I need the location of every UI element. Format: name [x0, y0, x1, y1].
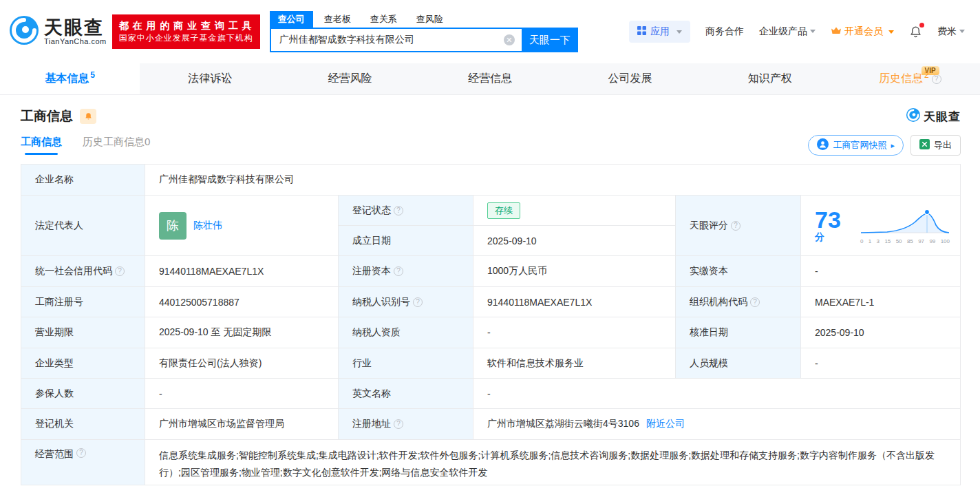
- legal-rep-avatar[interactable]: 陈: [159, 212, 187, 240]
- field-value-approve-date: 2025-09-10: [801, 317, 961, 348]
- tab-count-badge: 5: [90, 70, 95, 80]
- section-header: 工商信息 天眼查: [21, 107, 961, 125]
- field-label-business-term: 营业期限: [21, 317, 145, 348]
- score-distribution-chart: 0131550859799100: [860, 207, 950, 244]
- field-label-insured-count: 参保人数: [21, 379, 145, 409]
- field-label-credit-code: 统一社会信用代码?: [21, 256, 145, 287]
- tab-intellectual-property[interactable]: 知识产权: [700, 63, 840, 94]
- export-button[interactable]: 导出: [910, 135, 961, 156]
- search-tab-company[interactable]: 查公司: [270, 11, 313, 28]
- field-value-registration-authority: 广州市增城区市场监督管理局: [145, 409, 339, 440]
- header-nav: 应用 商务合作 企业级产品 开通会员 费米: [629, 21, 965, 43]
- field-value-company-type: 有限责任公司(法人独资): [145, 348, 339, 379]
- help-icon[interactable]: ?: [932, 74, 941, 84]
- field-value-paid-capital: -: [801, 256, 961, 287]
- field-value-reg-number: 440125005718887: [145, 287, 339, 317]
- brand-domain: TianYanCha.com: [44, 37, 107, 45]
- tab-operational-risk[interactable]: 经营风险: [280, 63, 420, 94]
- field-value-english-name: -: [473, 379, 961, 409]
- legal-rep-link[interactable]: 陈壮伟: [193, 220, 222, 232]
- field-value-insured-count: -: [145, 379, 339, 409]
- field-value-industry: 软件和信息技术服务业: [473, 348, 676, 379]
- field-value-taxpayer-quality: -: [473, 317, 676, 348]
- tab-business-info[interactable]: 经营信息: [420, 63, 560, 94]
- chevron-down-icon: [959, 30, 965, 33]
- crown-icon: [831, 26, 842, 37]
- site-logo[interactable]: 天眼查 TianYanCha.com: [8, 14, 107, 49]
- chevron-down-icon: [888, 30, 894, 34]
- tab-history-info[interactable]: VIP 历史信息2 ?: [840, 63, 980, 94]
- search-input[interactable]: [270, 28, 522, 52]
- field-label-company-type: 企业类型: [21, 348, 145, 379]
- tianyancha-eye-icon: [8, 14, 40, 49]
- search-tab-relation[interactable]: 查关系: [362, 11, 405, 28]
- enterprise-products-menu[interactable]: 企业级产品: [759, 25, 816, 38]
- excel-export-icon: [919, 139, 930, 151]
- clear-search-icon[interactable]: ✕: [504, 34, 515, 45]
- arrow-right-icon: ▸: [891, 141, 895, 150]
- official-snapshot-button[interactable]: 工商官网快照 ▸: [808, 135, 904, 156]
- field-value-reg-capital: 1000万人民币: [473, 256, 676, 287]
- user-account-menu[interactable]: 费米: [937, 25, 965, 38]
- notification-dot: [919, 23, 924, 28]
- tab-label: 公司发展: [608, 72, 652, 86]
- tianyancha-watermark-logo: 天眼查: [906, 107, 961, 125]
- search-tab-risk[interactable]: 查风险: [408, 11, 451, 28]
- field-value-legal-rep: 陈 陈壮伟: [145, 196, 339, 256]
- field-label-taxpayer-id: 纳税人识别号?: [339, 287, 473, 317]
- field-value-registered-address: 广州市增城区荔湖街云曦街4号3106 附近公司: [473, 409, 961, 440]
- score-axis-ticks: 0131550859799100: [860, 238, 950, 244]
- field-value-establish-date: 2025-09-10: [473, 226, 676, 256]
- enterprise-products-label: 企业级产品: [759, 25, 807, 36]
- slogan-line1: 都 在 用 的 商 业 查 询 工 具: [119, 19, 253, 32]
- field-label-company-name: 企业名称: [21, 165, 145, 196]
- field-value-business-scope: 信息系统集成服务;智能控制系统集成;集成电路设计;软件开发;软件外包服务;计算机…: [145, 440, 961, 485]
- help-icon[interactable]: ?: [394, 206, 403, 215]
- help-icon[interactable]: ?: [76, 448, 86, 458]
- help-icon[interactable]: ?: [413, 297, 423, 307]
- field-value-business-term: 2025-09-10 至 无固定期限: [145, 317, 339, 348]
- tab-label: 法律诉讼: [188, 72, 232, 86]
- watermark-brand-text: 天眼查: [924, 109, 961, 125]
- open-vip-link[interactable]: 开通会员: [831, 25, 894, 38]
- tab-history-label: 历史信息: [879, 72, 923, 86]
- subtab-business-registration[interactable]: 工商信息: [21, 136, 62, 155]
- notifications-bell-icon[interactable]: [909, 25, 922, 39]
- field-value-reg-status: 存续: [473, 196, 676, 226]
- nearby-companies-link[interactable]: 附近公司: [646, 418, 685, 430]
- export-label: 导出: [934, 139, 952, 151]
- subscribe-bell-icon[interactable]: [80, 109, 96, 124]
- apps-menu-button[interactable]: 应用: [629, 21, 690, 43]
- open-vip-label: 开通会员: [844, 25, 883, 38]
- site-header: 天眼查 TianYanCha.com 都 在 用 的 商 业 查 询 工 具 国…: [0, 0, 980, 63]
- tab-label: 经营风险: [328, 72, 372, 86]
- chevron-down-icon: [810, 30, 816, 33]
- official-snapshot-label: 工商官网快照: [833, 139, 886, 151]
- business-cooperation-link[interactable]: 商务合作: [705, 25, 744, 38]
- field-label-reg-number: 工商注册号: [21, 287, 145, 317]
- field-label-reg-capital: 注册资本?: [339, 256, 473, 287]
- tab-company-development[interactable]: 公司发展: [560, 63, 700, 94]
- field-value-staff-size: -: [801, 348, 961, 379]
- username-label: 费米: [937, 25, 957, 36]
- help-icon[interactable]: ?: [394, 419, 403, 429]
- section-title: 工商信息: [21, 107, 73, 125]
- score-number: 73: [815, 207, 841, 233]
- help-icon[interactable]: ?: [115, 266, 125, 276]
- business-info-table: 企业名称 广州佳都智成数字科技有限公司 法定代表人 陈 陈壮伟 登记状态? 存续…: [21, 164, 961, 485]
- search-button[interactable]: 天眼一下: [522, 28, 578, 52]
- apps-grid-icon: [637, 26, 646, 37]
- tab-basic-info[interactable]: 基本信息5: [0, 63, 140, 94]
- field-label-business-scope: 经营范围?: [21, 440, 145, 485]
- field-value-tyc-score[interactable]: 73分 0131550859799100: [801, 196, 961, 256]
- tab-label: 知识产权: [748, 72, 792, 86]
- status-badge: 存续: [487, 202, 520, 219]
- search-tab-boss[interactable]: 查老板: [316, 11, 359, 28]
- tab-legal-proceedings[interactable]: 法律诉讼: [140, 63, 279, 94]
- subtab-history-registration[interactable]: 历史工商信息0: [83, 136, 150, 155]
- search-box: 查公司 查老板 查关系 查风险 ✕ 天眼一下: [270, 11, 578, 52]
- help-icon[interactable]: ?: [750, 297, 760, 307]
- brand-slogan: 都 在 用 的 商 业 查 询 工 具 国家中小企业发展子基金旗下机构: [112, 14, 260, 49]
- help-icon[interactable]: ?: [731, 221, 741, 231]
- help-icon[interactable]: ?: [394, 266, 403, 276]
